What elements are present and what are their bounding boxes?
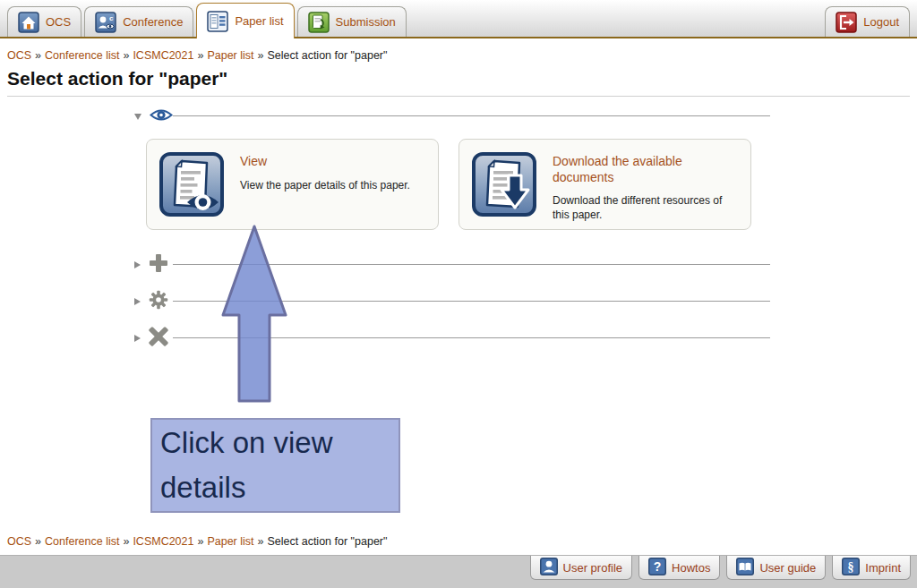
card-title: Download the available documents	[553, 154, 738, 185]
svg-text:?: ?	[654, 559, 662, 574]
close-icon	[149, 327, 168, 350]
tab-label: Conference	[123, 15, 183, 29]
tab-conference[interactable]: c Conference	[84, 6, 193, 37]
breadcrumb-separator: »	[254, 535, 268, 548]
imprint-button[interactable]: § Imprint	[832, 556, 911, 580]
page-title: Select action for "paper"	[7, 68, 910, 97]
breadcrumb-link-paper-list[interactable]: Paper list	[207, 535, 253, 548]
footer-bar: User profile ? Howtos User guide	[0, 555, 917, 588]
top-tab-bar: OCS c Conference	[0, 0, 917, 38]
footer-button-label: Howtos	[672, 561, 710, 575]
breadcrumb-link-icsmc2021[interactable]: ICSMC2021	[133, 535, 193, 548]
breadcrumb-link-paper-list[interactable]: Paper list	[207, 49, 253, 62]
paper-list-icon	[207, 11, 228, 32]
conference-icon: c	[95, 12, 116, 33]
section-divider	[173, 264, 770, 265]
plus-icon	[149, 253, 168, 277]
chevron-down-icon	[134, 114, 141, 120]
user-profile-icon	[540, 558, 558, 578]
breadcrumb-separator: »	[119, 535, 133, 548]
card-description: View the paper details of this paper.	[240, 178, 410, 192]
chevron-right-icon	[134, 261, 141, 268]
breadcrumb-separator: »	[193, 49, 207, 62]
page: OCS c Conference	[0, 0, 917, 588]
section-header-delete[interactable]	[134, 328, 168, 348]
footer-button-label: Imprint	[865, 561, 901, 575]
annotation-line2: details	[160, 465, 390, 510]
section-divider	[173, 115, 770, 116]
book-icon	[736, 558, 754, 578]
chevron-right-icon	[134, 298, 141, 305]
breadcrumb-link-ocs[interactable]: OCS	[7, 49, 31, 62]
breadcrumb-link-ocs[interactable]: OCS	[7, 535, 31, 548]
tab-label: Logout	[863, 15, 899, 29]
question-mark-icon: ?	[648, 558, 666, 578]
gear-icon	[149, 290, 168, 313]
breadcrumb-separator: »	[119, 49, 133, 62]
breadcrumb-bottom: OCS»Conference list»ICSMC2021»Paper list…	[7, 535, 387, 548]
tab-label: Submission	[336, 15, 396, 29]
footer-button-label: User profile	[563, 561, 622, 575]
breadcrumb-current: Select action for "paper"	[267, 49, 387, 62]
tab-label: OCS	[46, 15, 71, 29]
breadcrumb-separator: »	[31, 49, 45, 62]
tab-ocs[interactable]: OCS	[7, 6, 81, 37]
card-text: Download the available documents Downloa…	[553, 152, 738, 217]
breadcrumb-link-icsmc2021[interactable]: ICSMC2021	[133, 49, 193, 62]
breadcrumb-separator: »	[193, 535, 207, 548]
section-header-settings[interactable]	[134, 292, 168, 311]
download-action-card[interactable]: Download the available documents Downloa…	[458, 139, 751, 230]
annotation-line1: Click on view	[160, 421, 390, 465]
document-download-icon	[472, 152, 536, 217]
breadcrumb-current: Select action for "paper"	[267, 535, 387, 548]
annotation-label: Click on view details	[150, 418, 400, 513]
section-sign-icon: §	[842, 558, 860, 578]
view-action-card[interactable]: View View the paper details of this pape…	[146, 139, 439, 230]
section-divider	[173, 337, 770, 338]
annotation-arrow-up	[219, 224, 291, 408]
svg-text:c: c	[109, 13, 114, 21]
eye-icon	[150, 107, 173, 126]
breadcrumb: OCS»Conference list»ICSMC2021»Paper list…	[7, 49, 387, 62]
breadcrumb-separator: »	[254, 49, 268, 62]
card-text: View View the paper details of this pape…	[240, 152, 410, 217]
breadcrumb-separator: »	[31, 535, 45, 548]
tab-paper-list[interactable]: Paper list	[196, 3, 294, 38]
card-description: Download the different resources of this…	[553, 193, 738, 222]
logout-icon	[836, 12, 857, 33]
section-header-view[interactable]	[134, 107, 173, 126]
section-header-add[interactable]	[134, 255, 168, 275]
chevron-right-icon	[134, 335, 141, 342]
breadcrumb-link-conference-list[interactable]: Conference list	[45, 49, 119, 62]
user-guide-button[interactable]: User guide	[726, 556, 826, 580]
tab-submission[interactable]: Submission	[297, 6, 407, 37]
logout-button[interactable]: Logout	[825, 6, 910, 37]
card-title: View	[240, 154, 410, 170]
user-profile-button[interactable]: User profile	[530, 556, 632, 580]
svg-text:§: §	[848, 560, 854, 574]
home-icon	[18, 12, 39, 33]
document-view-icon	[159, 152, 224, 217]
tab-label: Paper list	[235, 14, 283, 28]
breadcrumb-link-conference-list[interactable]: Conference list	[45, 535, 119, 548]
footer-button-label: User guide	[759, 561, 816, 575]
section-divider	[173, 301, 770, 302]
submission-icon	[308, 12, 330, 33]
howtos-button[interactable]: ? Howtos	[638, 556, 720, 580]
